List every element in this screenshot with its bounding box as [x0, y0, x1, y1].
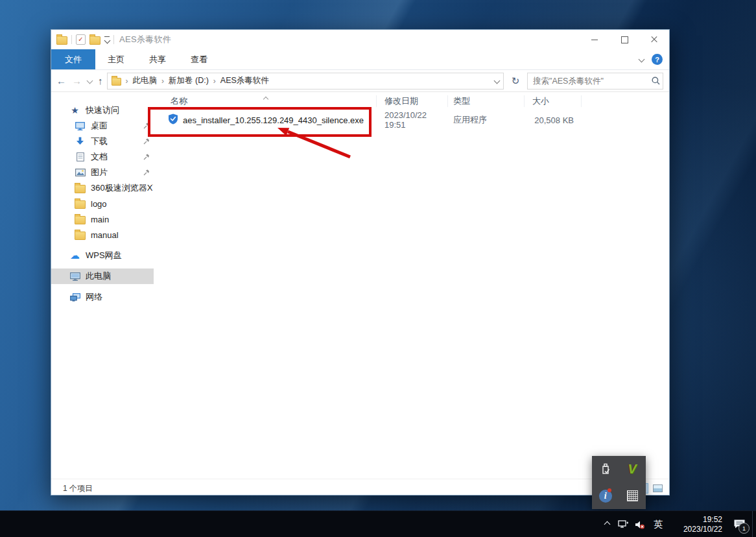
breadcrumb-separator: ›	[161, 77, 164, 86]
sidebar-item-manual[interactable]: manual	[51, 227, 154, 243]
usb-drive-icon	[598, 462, 613, 477]
customize-toolbar-dropdown-icon[interactable]	[104, 36, 110, 43]
properties-check-icon[interactable]: ✓	[76, 34, 86, 45]
new-folder-icon[interactable]	[89, 36, 100, 45]
speaker-muted-icon	[635, 520, 645, 529]
taskbar-system-tray: 英 19:52 2023/10/22 1	[599, 511, 756, 537]
maximize-icon	[621, 36, 628, 43]
green-v-icon: V	[628, 462, 637, 477]
breadcrumb-separator: ›	[213, 77, 216, 86]
info-tray-button[interactable]: i	[592, 483, 619, 509]
search-icon[interactable]	[648, 77, 663, 85]
breadcrumb-current-folder[interactable]: AES杀毒软件	[220, 75, 269, 86]
breadcrumb-separator: ›	[126, 77, 128, 86]
tray-overflow-flyout: V i	[592, 456, 646, 509]
star-icon: ★	[69, 105, 80, 115]
sidebar-item-desktop[interactable]: 桌面	[51, 118, 154, 134]
sidebar-item-quick-access[interactable]: ★ 快速访问	[51, 102, 154, 118]
sidebar-item-documents[interactable]: 文档	[51, 149, 154, 165]
pin-icon	[143, 152, 150, 162]
sidebar-item-label: manual	[91, 230, 119, 240]
sidebar-item-this-pc[interactable]: 此电脑	[51, 268, 154, 284]
sidebar-item-downloads[interactable]: 下载	[51, 134, 154, 149]
column-header-type[interactable]: 类型	[448, 95, 525, 107]
sidebar-item-label: 360极速浏览器X下载	[91, 182, 153, 194]
clock[interactable]: 19:52 2023/10/22	[668, 511, 726, 537]
address-bar-row: ← → ↑ › 此电脑 › 新加卷 (D:) › AES杀毒软件 ↻	[51, 70, 669, 92]
sidebar-item-logo[interactable]: logo	[51, 196, 154, 211]
file-type: 应用程序	[448, 114, 525, 126]
sidebar-item-label: 图片	[91, 167, 108, 178]
minimize-button[interactable]	[580, 30, 609, 49]
taskbar: 英 19:52 2023/10/22 1	[0, 510, 756, 537]
action-center-button[interactable]: 1	[726, 511, 752, 537]
search-box	[527, 73, 663, 90]
sidebar-item-label: 桌面	[91, 120, 108, 132]
grid-icon	[627, 490, 638, 501]
sidebar-item-label: 下载	[91, 136, 108, 147]
download-icon	[75, 136, 86, 147]
folder-icon	[75, 200, 86, 209]
tab-home[interactable]: 主页	[95, 49, 137, 69]
grid-tray-button[interactable]	[619, 483, 646, 509]
sidebar-item-label: main	[91, 215, 109, 224]
antivirus-tray-button[interactable]: V	[619, 456, 646, 483]
tab-share[interactable]: 共享	[137, 49, 178, 69]
close-icon	[650, 36, 658, 43]
sidebar-item-network[interactable]: 网络	[51, 289, 154, 305]
sidebar-item-label: 文档	[91, 151, 108, 163]
cloud-icon: ☁	[69, 250, 80, 261]
close-button[interactable]	[639, 30, 669, 49]
search-input[interactable]	[528, 77, 648, 86]
maximize-button[interactable]	[609, 30, 639, 49]
ribbon-tabs: 文件 主页 共享 查看 ?	[51, 49, 669, 70]
sidebar-item-main[interactable]: main	[51, 211, 154, 227]
file-size: 20,508 KB	[525, 115, 582, 125]
thumbnail-view-icon	[653, 484, 663, 492]
info-icon: i	[599, 490, 612, 503]
desktop-icon	[75, 121, 86, 131]
address-dropdown-icon[interactable]	[494, 78, 501, 84]
item-count: 1 个项目	[63, 483, 93, 494]
pin-icon	[143, 168, 150, 178]
sidebar-item-wps-cloud[interactable]: ☁ WPS网盘	[51, 248, 154, 263]
divider	[71, 35, 72, 44]
sidebar-item-label: 快速访问	[86, 104, 119, 116]
volume-tray-button[interactable]	[632, 511, 648, 537]
breadcrumb-this-pc[interactable]: 此电脑	[133, 75, 158, 86]
tab-view[interactable]: 查看	[178, 49, 220, 69]
address-breadcrumb[interactable]: › 此电脑 › 新加卷 (D:) › AES杀毒软件	[107, 73, 504, 90]
column-header-size[interactable]: 大小	[525, 95, 582, 107]
help-icon[interactable]: ?	[652, 54, 663, 65]
tab-file[interactable]: 文件	[51, 49, 95, 69]
forward-icon[interactable]: →	[72, 75, 82, 86]
network-icon	[69, 292, 80, 302]
network-tray-button[interactable]	[615, 511, 632, 537]
column-header-modified[interactable]: 修改日期	[377, 95, 448, 107]
folder-icon	[56, 36, 67, 45]
file-list-pane: 名称 修改日期 类型 大小 aes_installer_10.255.129.2…	[154, 92, 669, 479]
breadcrumb-drive-d[interactable]: 新加卷 (D:)	[169, 75, 209, 86]
chevron-up-icon	[604, 521, 610, 528]
navigation-pane: ★ 快速访问 桌面 下载	[51, 92, 154, 479]
usb-drive-tray-button[interactable]	[592, 456, 619, 483]
sidebar-item-360-browser-download[interactable]: 360极速浏览器X下载	[51, 180, 154, 196]
show-desktop-button[interactable]	[752, 511, 756, 537]
ime-indicator[interactable]: 英	[648, 511, 668, 537]
title-bar: ✓ AES杀毒软件	[51, 30, 669, 49]
navigation-buttons: ← → ↑	[56, 75, 103, 86]
show-hidden-icons-button[interactable]	[599, 511, 615, 537]
status-bar: 1 个项目	[51, 479, 669, 497]
sidebar-item-pictures[interactable]: 图片	[51, 165, 154, 180]
window-title: AES杀毒软件	[119, 34, 171, 45]
thumbnail-view-button[interactable]	[651, 483, 664, 494]
recent-locations-icon[interactable]	[87, 78, 93, 84]
computer-icon	[69, 271, 80, 281]
refresh-button[interactable]: ↻	[508, 75, 523, 87]
up-icon[interactable]: ↑	[98, 75, 103, 86]
explorer-window: ✓ AES杀毒软件 文件 主页 共享 查看 ? ← → ↑	[51, 29, 670, 495]
ribbon-collapse-icon[interactable]	[639, 56, 645, 63]
ime-label: 英	[654, 519, 663, 531]
back-icon[interactable]: ←	[56, 75, 66, 86]
sort-ascending-icon	[264, 93, 268, 103]
